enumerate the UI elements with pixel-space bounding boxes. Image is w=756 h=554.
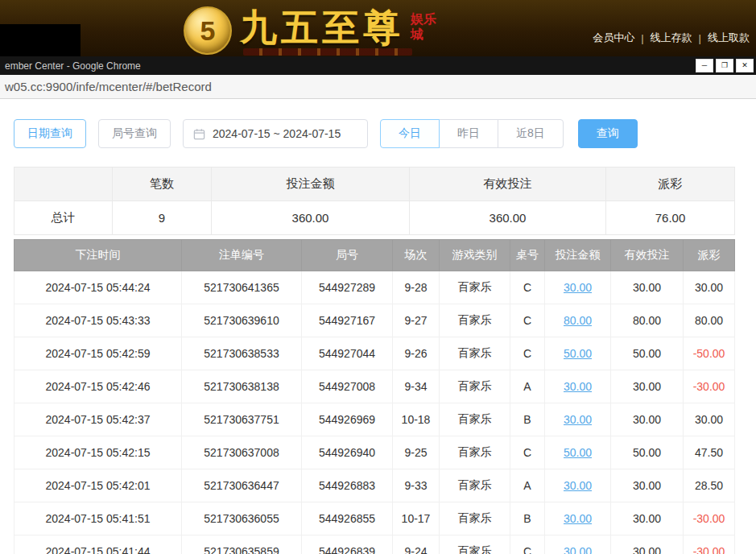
column-header: 有效投注 bbox=[611, 240, 684, 271]
cell-game: 百家乐 bbox=[440, 271, 510, 304]
bet-amount-link[interactable]: 30.00 bbox=[564, 479, 592, 492]
column-header: 场次 bbox=[393, 240, 440, 271]
top-nav: 会员中心 | 线上存款 | 线上取款 bbox=[593, 31, 750, 45]
summary-total-count: 9 bbox=[113, 201, 212, 235]
chrome-title-bar[interactable]: ember Center - Google Chrome ─ ❐ ✕ bbox=[0, 56, 756, 75]
bet-amount-link[interactable]: 30.00 bbox=[564, 413, 592, 426]
cell-payout: 47.50 bbox=[684, 436, 735, 469]
cell-time: 2024-07-15 05:41:44 bbox=[14, 535, 182, 554]
background-window bbox=[0, 24, 81, 56]
bet-amount-link[interactable]: 30.00 bbox=[564, 512, 592, 525]
cell-round: 544927044 bbox=[302, 337, 393, 370]
cell-table_code: B bbox=[510, 502, 545, 535]
cell-valid: 30.00 bbox=[611, 535, 684, 554]
nav-online-withdraw[interactable]: 线上取款 bbox=[708, 31, 750, 45]
cell-valid: 30.00 bbox=[611, 271, 684, 304]
cell-table_code: C bbox=[510, 271, 545, 304]
cell-valid: 30.00 bbox=[611, 502, 684, 535]
bet-amount-link[interactable]: 30.00 bbox=[564, 281, 592, 294]
cell-round: 544926969 bbox=[302, 403, 393, 436]
screen: 5 九五至尊 娱乐城 会员中心 | 线上存款 | 线上取款 ember Cent… bbox=[0, 0, 756, 554]
window-controls: ─ ❐ ✕ bbox=[696, 59, 754, 72]
cell-valid: 50.00 bbox=[611, 436, 684, 469]
cell-table_code: A bbox=[510, 370, 545, 403]
quick-yesterday-button[interactable]: 昨日 bbox=[439, 119, 498, 148]
cell-time: 2024-07-15 05:42:59 bbox=[14, 337, 182, 370]
cell-table_code: C bbox=[510, 337, 545, 370]
cell-round: 544926839 bbox=[302, 535, 393, 554]
bet-amount-link[interactable]: 30.00 bbox=[564, 545, 592, 554]
cell-bet: 50.00 bbox=[545, 337, 611, 370]
cell-valid: 30.00 bbox=[611, 370, 684, 403]
cell-order: 521730635859 bbox=[182, 535, 302, 554]
cell-round: 544926855 bbox=[302, 502, 393, 535]
table-row: 2024-07-15 05:43:33521730639610544927167… bbox=[14, 304, 735, 337]
table-row: 2024-07-15 05:42:01521730636447544926883… bbox=[14, 469, 735, 502]
summary-total-valid-bet: 360.00 bbox=[410, 201, 606, 235]
cell-table_code: C bbox=[510, 304, 545, 337]
cell-time: 2024-07-15 05:42:46 bbox=[14, 370, 182, 403]
table-row: 2024-07-15 05:44:24521730641365544927289… bbox=[14, 271, 735, 304]
cell-session: 9-25 bbox=[393, 436, 440, 469]
nav-online-deposit[interactable]: 线上存款 bbox=[651, 31, 692, 45]
close-button[interactable]: ✕ bbox=[736, 59, 754, 72]
nav-separator: | bbox=[699, 32, 701, 44]
cell-table_code: A bbox=[510, 469, 545, 502]
bet-amount-link[interactable]: 30.00 bbox=[564, 380, 592, 393]
bet-amount-link[interactable]: 50.00 bbox=[564, 446, 592, 459]
table-row: 2024-07-15 05:42:46521730638138544927008… bbox=[14, 370, 735, 403]
cell-bet: 30.00 bbox=[545, 502, 611, 535]
quick-today-button[interactable]: 今日 bbox=[380, 119, 440, 148]
cell-round: 544927008 bbox=[302, 370, 393, 403]
cell-valid: 30.00 bbox=[611, 403, 684, 436]
date-range-value: 2024-07-15 ~ 2024-07-15 bbox=[213, 127, 341, 140]
cell-time: 2024-07-15 05:43:33 bbox=[14, 304, 182, 337]
column-header: 下注时间 bbox=[14, 240, 182, 271]
bet-amount-link[interactable]: 80.00 bbox=[564, 314, 592, 327]
summary-header-payout: 派彩 bbox=[606, 167, 735, 201]
main-content: 日期查询 局号查询 2024-07-15 ~ 2024-07-15 今日 昨日 … bbox=[0, 100, 756, 554]
bet-amount-link[interactable]: 50.00 bbox=[564, 347, 592, 360]
summary-header-valid-bet: 有效投注 bbox=[410, 167, 606, 201]
cell-bet: 50.00 bbox=[545, 436, 611, 469]
cell-game: 百家乐 bbox=[440, 337, 510, 370]
cell-bet: 30.00 bbox=[545, 370, 611, 403]
coin-digit: 5 bbox=[200, 15, 216, 47]
cell-order: 521730638138 bbox=[182, 370, 302, 403]
minimize-button[interactable]: ─ bbox=[696, 59, 713, 72]
date-range-input[interactable]: 2024-07-15 ~ 2024-07-15 bbox=[183, 119, 368, 148]
address-bar[interactable]: w05.cc:9900/infe/mcenter/#/betRecord bbox=[0, 75, 756, 99]
cell-session: 9-24 bbox=[393, 535, 440, 554]
quick-range-group: 今日 昨日 近8日 bbox=[380, 119, 564, 148]
table-row: 2024-07-15 05:42:59521730638533544927044… bbox=[14, 337, 735, 370]
cell-round: 544927167 bbox=[302, 304, 393, 337]
cell-payout: -30.00 bbox=[684, 370, 735, 403]
cell-order: 521730638533 bbox=[182, 337, 302, 370]
search-button[interactable]: 查询 bbox=[578, 119, 638, 148]
summary-header-count: 笔数 bbox=[113, 167, 212, 201]
quick-last8days-button[interactable]: 近8日 bbox=[498, 119, 564, 148]
bet-record-table: 下注时间注单编号局号场次游戏类别桌号投注金额有效投注派彩 2024-07-15 … bbox=[14, 239, 735, 554]
column-header: 游戏类别 bbox=[440, 240, 510, 271]
cell-order: 521730636447 bbox=[182, 469, 302, 502]
window-title: ember Center - Google Chrome bbox=[5, 60, 141, 72]
summary-header-bet-amount: 投注金额 bbox=[212, 167, 410, 201]
site-logo: 5 九五至尊 娱乐城 bbox=[184, 2, 440, 55]
cell-time: 2024-07-15 05:42:37 bbox=[14, 403, 182, 436]
round-query-button[interactable]: 局号查询 bbox=[98, 119, 171, 148]
cell-valid: 30.00 bbox=[611, 469, 684, 502]
cell-payout: -30.00 bbox=[684, 502, 735, 535]
bet-table-header-row: 下注时间注单编号局号场次游戏类别桌号投注金额有效投注派彩 bbox=[14, 240, 735, 271]
cell-game: 百家乐 bbox=[440, 469, 510, 502]
column-header: 注单编号 bbox=[182, 240, 302, 271]
date-query-button[interactable]: 日期查询 bbox=[14, 119, 86, 148]
cell-time: 2024-07-15 05:42:15 bbox=[14, 436, 182, 469]
maximize-button[interactable]: ❐ bbox=[716, 59, 733, 72]
cell-round: 544926940 bbox=[302, 436, 393, 469]
cell-session: 9-26 bbox=[393, 337, 440, 370]
cell-payout: -50.00 bbox=[684, 337, 735, 370]
nav-member-center[interactable]: 会员中心 bbox=[593, 31, 634, 45]
cell-session: 10-18 bbox=[393, 403, 440, 436]
table-row: 2024-07-15 05:41:51521730636055544926855… bbox=[14, 502, 735, 535]
table-row: 2024-07-15 05:41:44521730635859544926839… bbox=[14, 535, 735, 554]
